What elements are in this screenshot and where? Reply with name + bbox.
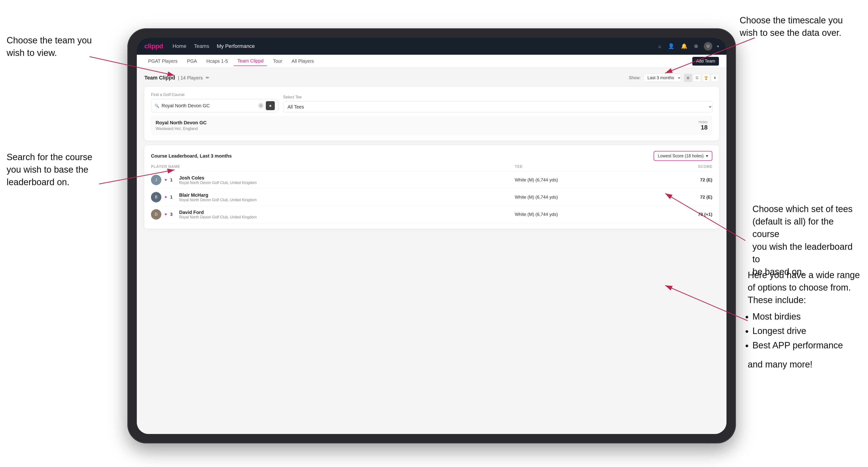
trophy-view-btn[interactable]: 🏆	[702, 74, 710, 82]
course-search-card: Find a Golf Course 🔍 ✕ ★ Select Tee All …	[144, 87, 719, 141]
annotation-timescale: Choose the timescale youwish to see the …	[740, 14, 858, 39]
tee-cell-1: White (M) (6,744 yds)	[515, 189, 663, 206]
course-location: Westward Ho!, England	[156, 126, 207, 131]
options-list: Most birdies Longest drive Best APP perf…	[748, 310, 861, 352]
search-row: Find a Golf Course 🔍 ✕ ★ Select Tee All …	[151, 92, 712, 112]
annotation-options: Here you have a wide rangeof options to …	[748, 269, 861, 371]
player-info-2: David Ford Royal North Devon Golf Club, …	[179, 210, 257, 219]
holes-num: 18	[699, 124, 708, 131]
subnav-all-players[interactable]: All Players	[288, 57, 317, 66]
subnav-pgat[interactable]: PGAT Players	[144, 57, 181, 66]
option-drive: Longest drive	[752, 325, 861, 337]
score-type-label: Lowest Score (18 holes)	[658, 154, 704, 158]
leaderboard-title: Course Leaderboard, Last 3 months	[151, 153, 231, 158]
bell-icon-btn[interactable]: 🔔	[680, 42, 688, 50]
player-cell-0: J ♥ 1 Josh Coles Royal North Devon Golf …	[151, 172, 515, 189]
course-name: Royal North Devon GC	[156, 120, 207, 125]
player-info-1: Blair McHarg Royal North Devon Golf Club…	[179, 192, 257, 202]
settings-icon-btn[interactable]: ⊕	[693, 42, 699, 50]
holes-badge: Holes 18	[699, 120, 708, 131]
course-search-input[interactable]	[161, 103, 256, 108]
navbar-links: Home Teams My Performance	[173, 43, 648, 49]
player-cell-2: D ♥ 3 David Ford Royal North Devon Golf …	[151, 206, 515, 223]
nav-teams[interactable]: Teams	[194, 43, 209, 49]
search-icon-btn[interactable]: ⌕	[657, 42, 662, 50]
ipad-screen: clippd Home Teams My Performance ⌕ 👤 🔔 ⊕…	[137, 38, 726, 434]
subnav: PGAT Players PGA Hcaps 1-5 Team Clippd T…	[137, 55, 726, 68]
score-type-dropdown[interactable]: Lowest Score (18 holes) ▾	[654, 151, 712, 161]
add-team-button[interactable]: Add Team	[692, 57, 719, 66]
leaderboard-card: Course Leaderboard, Last 3 months Lowest…	[144, 145, 719, 229]
leaderboard-table: PLAYER NAME TEE SCORE J ♥ 1 Josh	[151, 165, 712, 223]
search-clear-btn[interactable]: ✕	[258, 103, 264, 108]
search-input-wrap: 🔍 ✕ ★	[151, 99, 278, 112]
team-name: Team Clippd	[144, 75, 175, 81]
team-header: Team Clippd | 14 Players ✏ Show: Last 3 …	[144, 73, 719, 82]
rank-2: 3	[170, 212, 176, 217]
view-icons: ⊞ ☰ 🏆 ⬇	[684, 74, 719, 82]
main-content: Team Clippd | 14 Players ✏ Show: Last 3 …	[137, 68, 726, 434]
option-app: Best APP performance	[752, 339, 861, 352]
navbar-icons: ⌕ 👤 🔔 ⊕ U ▾	[657, 42, 719, 51]
holes-label: Holes	[699, 120, 708, 124]
tee-select[interactable]: All Tees	[283, 101, 712, 112]
annotation-tees: Choose which set of tees(default is all)…	[752, 203, 861, 278]
player-club-0: Royal North Devon Golf Club, United King…	[179, 181, 257, 185]
tee-cell-2: White (M) (6,744 yds)	[515, 206, 663, 223]
tee-label: Select Tee	[283, 95, 712, 99]
col-tee: TEE	[515, 165, 663, 172]
avatar-chevron: ▾	[717, 44, 719, 49]
score-cell-2: 73 (+1)	[663, 206, 712, 223]
annotation-choose-team: Choose the team youwish to view.	[7, 34, 96, 59]
heart-icon-2[interactable]: ♥	[165, 212, 167, 217]
grid-view-btn[interactable]: ⊞	[684, 74, 692, 82]
col-score: SCORE	[663, 165, 712, 172]
search-icon: 🔍	[154, 103, 159, 108]
tee-cell-0: White (M) (6,744 yds)	[515, 172, 663, 189]
rank-1: 1	[170, 195, 176, 200]
app-logo: clippd	[144, 42, 163, 50]
table-row: J ♥ 1 Josh Coles Royal North Devon Golf …	[151, 172, 712, 189]
score-cell-0: 72 (E)	[663, 172, 712, 189]
subnav-hcaps[interactable]: Hcaps 1-5	[203, 57, 231, 66]
col-player: PLAYER NAME	[151, 165, 515, 172]
nav-home[interactable]: Home	[173, 43, 186, 49]
player-club-2: Royal North Devon Golf Club, United King…	[179, 215, 257, 219]
player-avatar-1: B	[151, 192, 161, 203]
player-avatar-2: D	[151, 209, 161, 220]
score-cell-1: 72 (E)	[663, 189, 712, 206]
and-more: and many more!	[748, 358, 861, 371]
user-icon-btn[interactable]: 👤	[667, 42, 675, 50]
navbar: clippd Home Teams My Performance ⌕ 👤 🔔 ⊕…	[137, 38, 726, 55]
course-result: Royal North Devon GC Westward Ho!, Engla…	[151, 116, 712, 135]
show-label: Show:	[629, 75, 641, 81]
user-avatar[interactable]: U	[704, 42, 712, 51]
player-count: | 14 Players	[178, 75, 203, 81]
find-course-label: Find a Golf Course	[151, 92, 278, 97]
heart-icon-0[interactable]: ♥	[165, 178, 167, 182]
player-name-1: Blair McHarg	[179, 192, 257, 198]
team-title: Team Clippd | 14 Players ✏	[144, 75, 209, 81]
leaderboard-title-group: Course Leaderboard, Last 3 months	[151, 153, 231, 159]
table-row: B ♥ 1 Blair McHarg Royal North Devon Gol…	[151, 189, 712, 206]
player-name-0: Josh Coles	[179, 175, 257, 181]
show-dropdown[interactable]: Last 3 months	[644, 73, 681, 82]
heart-icon-1[interactable]: ♥	[165, 195, 167, 199]
subnav-team-clippd[interactable]: Team Clippd	[234, 56, 267, 66]
rank-0: 1	[170, 178, 176, 183]
edit-icon[interactable]: ✏	[206, 75, 209, 81]
list-view-btn[interactable]: ☰	[693, 74, 701, 82]
player-name-2: David Ford	[179, 210, 257, 215]
course-info: Royal North Devon GC Westward Ho!, Engla…	[156, 120, 207, 131]
player-cell-1: B ♥ 1 Blair McHarg Royal North Devon Gol…	[151, 189, 515, 206]
subnav-pga[interactable]: PGA	[183, 57, 201, 66]
nav-my-performance[interactable]: My Performance	[217, 43, 255, 49]
option-birdies: Most birdies	[752, 310, 861, 323]
player-info-0: Josh Coles Royal North Devon Golf Club, …	[179, 175, 257, 185]
table-row: D ♥ 3 David Ford Royal North Devon Golf …	[151, 206, 712, 223]
star-btn[interactable]: ★	[266, 101, 275, 110]
find-course-group: Find a Golf Course 🔍 ✕ ★	[151, 92, 278, 112]
download-btn[interactable]: ⬇	[711, 74, 719, 82]
subnav-tour[interactable]: Tour	[269, 57, 286, 66]
show-controls: Show: Last 3 months ⊞ ☰ 🏆 ⬇	[629, 73, 719, 82]
